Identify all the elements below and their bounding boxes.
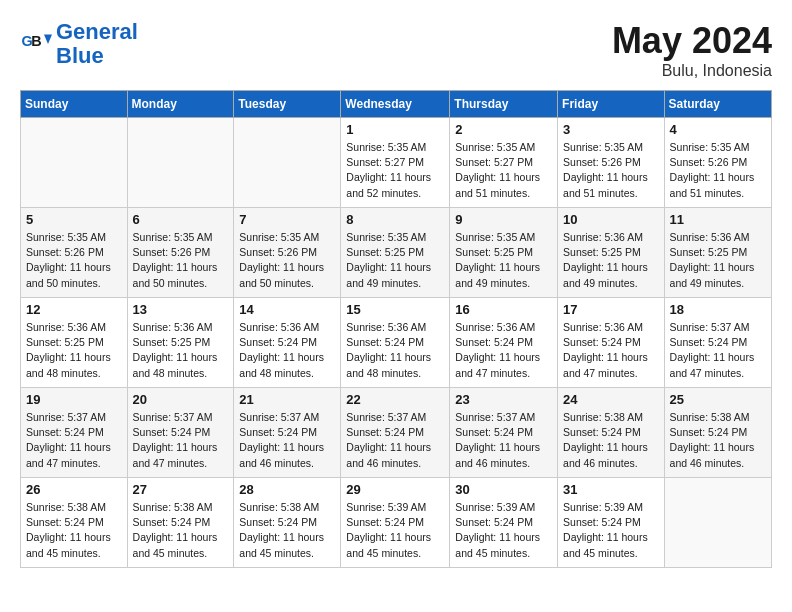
day-info: Sunrise: 5:35 AM Sunset: 5:27 PM Dayligh… (455, 140, 552, 201)
day-info: Sunrise: 5:38 AM Sunset: 5:24 PM Dayligh… (26, 500, 122, 561)
weekday-header: Thursday (450, 91, 558, 118)
logo-line2: Blue (56, 43, 104, 68)
day-number: 14 (239, 302, 335, 317)
calendar-cell: 3Sunrise: 5:35 AM Sunset: 5:26 PM Daylig… (558, 118, 665, 208)
calendar-week: 1Sunrise: 5:35 AM Sunset: 5:27 PM Daylig… (21, 118, 772, 208)
day-info: Sunrise: 5:39 AM Sunset: 5:24 PM Dayligh… (563, 500, 659, 561)
day-number: 2 (455, 122, 552, 137)
day-number: 24 (563, 392, 659, 407)
day-info: Sunrise: 5:37 AM Sunset: 5:24 PM Dayligh… (26, 410, 122, 471)
weekday-header: Sunday (21, 91, 128, 118)
day-info: Sunrise: 5:35 AM Sunset: 5:26 PM Dayligh… (133, 230, 229, 291)
calendar-header: SundayMondayTuesdayWednesdayThursdayFrid… (21, 91, 772, 118)
day-number: 15 (346, 302, 444, 317)
weekday-header: Wednesday (341, 91, 450, 118)
day-info: Sunrise: 5:35 AM Sunset: 5:26 PM Dayligh… (26, 230, 122, 291)
day-number: 1 (346, 122, 444, 137)
day-number: 6 (133, 212, 229, 227)
day-number: 19 (26, 392, 122, 407)
day-number: 13 (133, 302, 229, 317)
day-info: Sunrise: 5:36 AM Sunset: 5:24 PM Dayligh… (455, 320, 552, 381)
calendar-cell (127, 118, 234, 208)
day-number: 28 (239, 482, 335, 497)
calendar-week: 12Sunrise: 5:36 AM Sunset: 5:25 PM Dayli… (21, 298, 772, 388)
day-info: Sunrise: 5:35 AM Sunset: 5:26 PM Dayligh… (670, 140, 766, 201)
calendar-cell: 29Sunrise: 5:39 AM Sunset: 5:24 PM Dayli… (341, 478, 450, 568)
day-number: 7 (239, 212, 335, 227)
calendar-table: SundayMondayTuesdayWednesdayThursdayFrid… (20, 90, 772, 568)
day-info: Sunrise: 5:36 AM Sunset: 5:25 PM Dayligh… (563, 230, 659, 291)
day-number: 29 (346, 482, 444, 497)
calendar-cell: 17Sunrise: 5:36 AM Sunset: 5:24 PM Dayli… (558, 298, 665, 388)
day-number: 3 (563, 122, 659, 137)
title-block: May 2024 Bulu, Indonesia (612, 20, 772, 80)
calendar-week: 19Sunrise: 5:37 AM Sunset: 5:24 PM Dayli… (21, 388, 772, 478)
day-number: 25 (670, 392, 766, 407)
calendar-cell: 16Sunrise: 5:36 AM Sunset: 5:24 PM Dayli… (450, 298, 558, 388)
day-info: Sunrise: 5:35 AM Sunset: 5:26 PM Dayligh… (563, 140, 659, 201)
day-info: Sunrise: 5:36 AM Sunset: 5:24 PM Dayligh… (346, 320, 444, 381)
calendar-cell (21, 118, 128, 208)
calendar-cell: 24Sunrise: 5:38 AM Sunset: 5:24 PM Dayli… (558, 388, 665, 478)
calendar-cell: 1Sunrise: 5:35 AM Sunset: 5:27 PM Daylig… (341, 118, 450, 208)
calendar-cell: 18Sunrise: 5:37 AM Sunset: 5:24 PM Dayli… (664, 298, 771, 388)
day-info: Sunrise: 5:37 AM Sunset: 5:24 PM Dayligh… (346, 410, 444, 471)
weekday-header: Tuesday (234, 91, 341, 118)
day-info: Sunrise: 5:37 AM Sunset: 5:24 PM Dayligh… (239, 410, 335, 471)
calendar-cell: 27Sunrise: 5:38 AM Sunset: 5:24 PM Dayli… (127, 478, 234, 568)
calendar-cell: 21Sunrise: 5:37 AM Sunset: 5:24 PM Dayli… (234, 388, 341, 478)
day-number: 20 (133, 392, 229, 407)
day-info: Sunrise: 5:37 AM Sunset: 5:24 PM Dayligh… (670, 320, 766, 381)
day-info: Sunrise: 5:38 AM Sunset: 5:24 PM Dayligh… (239, 500, 335, 561)
day-number: 12 (26, 302, 122, 317)
weekday-header: Friday (558, 91, 665, 118)
day-info: Sunrise: 5:35 AM Sunset: 5:26 PM Dayligh… (239, 230, 335, 291)
calendar-cell: 11Sunrise: 5:36 AM Sunset: 5:25 PM Dayli… (664, 208, 771, 298)
calendar-cell: 6Sunrise: 5:35 AM Sunset: 5:26 PM Daylig… (127, 208, 234, 298)
month-year: May 2024 (612, 20, 772, 62)
day-number: 23 (455, 392, 552, 407)
day-number: 27 (133, 482, 229, 497)
calendar-week: 5Sunrise: 5:35 AM Sunset: 5:26 PM Daylig… (21, 208, 772, 298)
calendar-cell: 4Sunrise: 5:35 AM Sunset: 5:26 PM Daylig… (664, 118, 771, 208)
calendar-cell (664, 478, 771, 568)
day-number: 8 (346, 212, 444, 227)
location: Bulu, Indonesia (612, 62, 772, 80)
calendar-cell: 8Sunrise: 5:35 AM Sunset: 5:25 PM Daylig… (341, 208, 450, 298)
day-number: 10 (563, 212, 659, 227)
calendar-cell: 20Sunrise: 5:37 AM Sunset: 5:24 PM Dayli… (127, 388, 234, 478)
day-info: Sunrise: 5:39 AM Sunset: 5:24 PM Dayligh… (455, 500, 552, 561)
day-info: Sunrise: 5:36 AM Sunset: 5:25 PM Dayligh… (670, 230, 766, 291)
day-number: 30 (455, 482, 552, 497)
day-info: Sunrise: 5:37 AM Sunset: 5:24 PM Dayligh… (133, 410, 229, 471)
day-info: Sunrise: 5:35 AM Sunset: 5:27 PM Dayligh… (346, 140, 444, 201)
svg-text:B: B (31, 33, 41, 49)
calendar-cell: 31Sunrise: 5:39 AM Sunset: 5:24 PM Dayli… (558, 478, 665, 568)
calendar-cell: 30Sunrise: 5:39 AM Sunset: 5:24 PM Dayli… (450, 478, 558, 568)
calendar-cell: 9Sunrise: 5:35 AM Sunset: 5:25 PM Daylig… (450, 208, 558, 298)
day-info: Sunrise: 5:36 AM Sunset: 5:25 PM Dayligh… (133, 320, 229, 381)
day-info: Sunrise: 5:37 AM Sunset: 5:24 PM Dayligh… (455, 410, 552, 471)
day-info: Sunrise: 5:38 AM Sunset: 5:24 PM Dayligh… (670, 410, 766, 471)
calendar-cell (234, 118, 341, 208)
logo-icon: G B (20, 28, 52, 60)
day-info: Sunrise: 5:35 AM Sunset: 5:25 PM Dayligh… (455, 230, 552, 291)
calendar-cell: 5Sunrise: 5:35 AM Sunset: 5:26 PM Daylig… (21, 208, 128, 298)
calendar-cell: 26Sunrise: 5:38 AM Sunset: 5:24 PM Dayli… (21, 478, 128, 568)
day-info: Sunrise: 5:36 AM Sunset: 5:25 PM Dayligh… (26, 320, 122, 381)
weekday-header: Monday (127, 91, 234, 118)
day-number: 22 (346, 392, 444, 407)
calendar-cell: 10Sunrise: 5:36 AM Sunset: 5:25 PM Dayli… (558, 208, 665, 298)
calendar-cell: 12Sunrise: 5:36 AM Sunset: 5:25 PM Dayli… (21, 298, 128, 388)
calendar-cell: 7Sunrise: 5:35 AM Sunset: 5:26 PM Daylig… (234, 208, 341, 298)
day-info: Sunrise: 5:36 AM Sunset: 5:24 PM Dayligh… (563, 320, 659, 381)
day-number: 21 (239, 392, 335, 407)
calendar-cell: 14Sunrise: 5:36 AM Sunset: 5:24 PM Dayli… (234, 298, 341, 388)
day-number: 17 (563, 302, 659, 317)
calendar-cell: 28Sunrise: 5:38 AM Sunset: 5:24 PM Dayli… (234, 478, 341, 568)
calendar-cell: 23Sunrise: 5:37 AM Sunset: 5:24 PM Dayli… (450, 388, 558, 478)
day-number: 4 (670, 122, 766, 137)
logo: G B General Blue (20, 20, 138, 68)
calendar-cell: 15Sunrise: 5:36 AM Sunset: 5:24 PM Dayli… (341, 298, 450, 388)
calendar-week: 26Sunrise: 5:38 AM Sunset: 5:24 PM Dayli… (21, 478, 772, 568)
